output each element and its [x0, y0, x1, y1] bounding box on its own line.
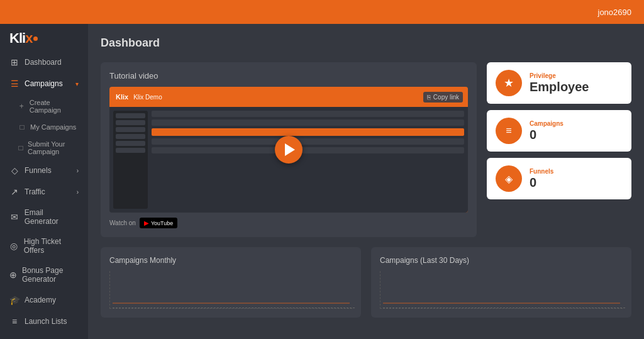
sidebar-item-label: Traffic [25, 187, 45, 196]
sidebar-item-label: Academy [25, 296, 56, 304]
sidebar-item-campaigns[interactable]: ☰ Campaigns ▾ [0, 73, 88, 94]
plus-icon: + [18, 102, 26, 111]
copy-icon: ⎘ [427, 94, 431, 101]
sidebar-item-label: Funnels [25, 166, 52, 175]
sidebar-item-high-ticket[interactable]: ◎ High Ticket Offers [0, 231, 88, 260]
sidebar-item-label: Campaigns [25, 79, 63, 88]
campaigns-monthly-svg [113, 272, 350, 308]
info-cards: ★ Privilege Employee ≡ Campaigns 0 [487, 62, 631, 237]
copy-link-button[interactable]: ⎘ Copy link [423, 92, 463, 103]
ticket-icon: ◎ [9, 241, 19, 251]
campaigns-monthly-panel: Campaigns Monthly [101, 247, 361, 318]
funnels-icon-circle: ◈ [496, 165, 522, 192]
sidebar-item-bonus-page[interactable]: ⊕ Bonus Page Generator [0, 260, 88, 289]
chevron-down-icon: ▾ [75, 81, 79, 87]
chevron-right-icon: › [77, 189, 79, 196]
sidebar: Klix ⊞ Dashboard ☰ Campaigns ▾ + Create … [0, 24, 88, 339]
sidebar-sub-label: Create Campaign [30, 99, 79, 114]
funnels-label: Funnels [530, 168, 553, 175]
campaigns-icon-circle: ≡ [496, 118, 522, 144]
sidebar-item-label: Bonus Page Generator [22, 266, 79, 284]
sidebar-item-label: Launch Lists [25, 317, 67, 326]
logo-text: Klix [9, 30, 32, 47]
play-button[interactable] [275, 136, 303, 164]
email-icon: ✉ [9, 212, 19, 222]
sidebar-sub-my-campaigns[interactable]: □ My Campaigns [0, 118, 88, 136]
privilege-label: Privilege [530, 72, 589, 79]
sidebar-sub-label: Submit Your Campaign [28, 140, 79, 155]
username-display: jono2690 [598, 8, 632, 17]
sidebar-item-dashboard[interactable]: ⊞ Dashboard [0, 52, 88, 73]
campaigns-icon: ☰ [9, 79, 19, 89]
logo: Klix [0, 24, 88, 52]
youtube-label: YouTube [151, 220, 173, 226]
sidebar-item-launch-lists[interactable]: ≡ Launch Lists [0, 311, 88, 332]
charts-row: Campaigns Monthly Campaigns (Last 30 Day… [101, 247, 631, 318]
funnels-icon: ◇ [9, 165, 19, 175]
main-layout: Klix ⊞ Dashboard ☰ Campaigns ▾ + Create … [0, 24, 644, 339]
campaigns-card-text: Campaigns 0 [530, 120, 564, 142]
campaigns-30days-chart [380, 271, 623, 309]
submit-icon: □ [18, 143, 24, 152]
campaigns-value: 0 [530, 127, 564, 142]
sidebar-item-label: Dashboard [25, 58, 62, 67]
top-header: jono2690 [0, 0, 644, 24]
privilege-value: Employee [530, 79, 589, 94]
tutorial-video-panel: Tutorial video Klix Klix Demo [101, 62, 477, 237]
campaigns-30days-svg [383, 272, 620, 308]
top-row: Tutorial video Klix Klix Demo [101, 62, 631, 237]
sidebar-sub-submit-campaign[interactable]: □ Submit Your Campaign [0, 136, 88, 160]
sidebar-item-funnels[interactable]: ◇ Funnels › [0, 160, 88, 181]
sidebar-sub-create-campaign[interactable]: + Create Campaign [0, 94, 88, 118]
dashboard-icon: ⊞ [9, 57, 19, 67]
video-footer: Watch on ▶ YouTube [109, 218, 468, 228]
video-panel-title: Tutorial video [109, 71, 468, 81]
watch-on-text: Watch on [109, 220, 136, 226]
youtube-badge[interactable]: ▶ YouTube [140, 218, 177, 228]
video-demo-title: Klix Demo [133, 94, 162, 101]
video-container[interactable]: Klix Klix Demo [109, 87, 468, 213]
video-klix-logo: Klix [116, 93, 128, 101]
funnels-card: ◈ Funnels 0 [487, 158, 631, 199]
video-main-mini [152, 111, 464, 209]
sidebar-sub-label: My Campaigns [30, 123, 76, 131]
star-icon-circle: ★ [496, 70, 522, 96]
content-area: Dashboard Tutorial video Klix Klix Demo [88, 24, 644, 339]
campaigns-30days-panel: Campaigns (Last 30 Days) [371, 247, 631, 318]
privilege-card-text: Privilege Employee [530, 72, 589, 94]
academy-icon: 🎓 [9, 295, 19, 305]
sidebar-item-label: Email Generator [25, 208, 79, 226]
sidebar-item-label: High Ticket Offers [24, 237, 79, 255]
chart-baseline [113, 308, 355, 308]
campaigns-monthly-title: Campaigns Monthly [109, 256, 352, 265]
campaigns-30days-title: Campaigns (Last 30 Days) [380, 256, 623, 265]
funnels-value: 0 [530, 175, 553, 190]
funnels-card-text: Funnels 0 [530, 168, 553, 190]
campaigns-card: ≡ Campaigns 0 [487, 110, 631, 152]
bonus-page-icon: ⊕ [9, 270, 17, 280]
privilege-card: ★ Privilege Employee [487, 62, 631, 104]
campaigns-label: Campaigns [530, 120, 564, 127]
chevron-right-icon: › [77, 167, 79, 174]
video-sidebar-mini [113, 111, 148, 209]
youtube-icon: ▶ [144, 220, 149, 226]
campaigns-monthly-chart [109, 271, 352, 309]
sidebar-item-traffic[interactable]: ↗ Traffic › [0, 181, 88, 203]
sidebar-item-email-generator[interactable]: ✉ Email Generator [0, 203, 88, 231]
sidebar-item-upgrades[interactable]: ↑ Upgrades › [0, 332, 88, 339]
page-title: Dashboard [101, 36, 631, 50]
traffic-icon: ↗ [9, 187, 19, 197]
sidebar-item-academy[interactable]: 🎓 Academy [0, 289, 88, 311]
file-icon: □ [18, 123, 26, 131]
chart-baseline [383, 308, 625, 308]
list-icon: ≡ [9, 316, 19, 326]
